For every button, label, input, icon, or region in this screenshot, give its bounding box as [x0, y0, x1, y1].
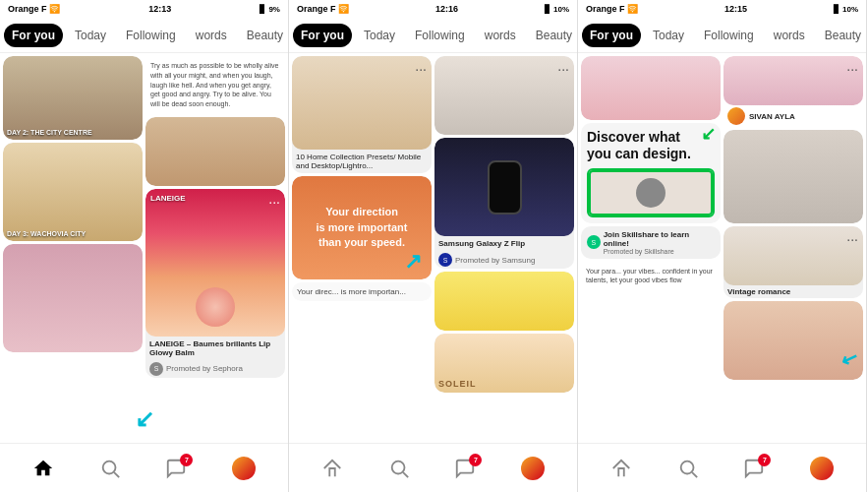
tab-for-you-2[interactable]: For you — [293, 24, 352, 47]
tab-today-1[interactable]: Today — [67, 24, 114, 47]
time-2: 12:16 — [435, 4, 458, 14]
avatar-3[interactable] — [810, 457, 834, 480]
svg-line-3 — [403, 472, 408, 477]
card-sitting[interactable] — [723, 130, 863, 223]
carrier-1: Orange F 🛜 — [8, 4, 60, 14]
tab-beauty-3[interactable]: Beauty — [817, 24, 866, 47]
home-icon-3[interactable] — [610, 458, 632, 479]
card-misc-p1[interactable] — [145, 117, 285, 186]
tab-today-2[interactable]: Today — [356, 24, 403, 47]
card-skillshare[interactable]: S Join Skillshare to learn online! Promo… — [581, 226, 721, 259]
card-sivan[interactable]: SIVAN AYLA ··· — [723, 56, 863, 127]
battery-2: ▊10% — [545, 5, 569, 14]
avatar-1[interactable] — [232, 457, 256, 480]
svg-line-1 — [114, 472, 119, 477]
content-2: 10 Home Collection Presets/ Mobile and D… — [289, 53, 577, 443]
tab-words-2[interactable]: words — [477, 24, 524, 47]
card-text-p1[interactable]: Try as much as possible to be wholly ali… — [145, 56, 285, 114]
tab-following-2[interactable]: Following — [407, 24, 473, 47]
tab-beauty-1[interactable]: Beauty — [239, 24, 288, 47]
col-2-2: ··· Samsung Galaxy Z Flip S Promoted by … — [434, 56, 574, 440]
search-icon-1[interactable] — [99, 458, 121, 479]
card-home-presets[interactable]: 10 Home Collection Presets/ Mobile and D… — [292, 56, 432, 173]
card-vibes[interactable]: Your para... your vibes... confident in … — [581, 262, 721, 291]
time-3: 12:15 — [724, 4, 747, 14]
tab-for-you-1[interactable]: For you — [4, 24, 63, 47]
tab-words-1[interactable]: words — [188, 24, 235, 47]
card-wachovia[interactable]: DAY 3: WACHOVIA CITY — [3, 143, 143, 241]
laneige-promo: S Promoted by Sephora — [145, 360, 285, 378]
svg-point-4 — [680, 461, 693, 473]
status-bar-1: Orange F 🛜 12:13 ▊9% — [0, 0, 288, 18]
time-1: 12:13 — [148, 4, 171, 14]
bottom-bar-3: 7 — [578, 443, 866, 492]
tab-beauty-2[interactable]: Beauty — [528, 24, 577, 47]
card-samsung[interactable]: Samsung Galaxy Z Flip S Promoted by Sams… — [434, 138, 574, 269]
svg-point-0 — [102, 461, 115, 473]
carrier-2: Orange F 🛜 — [297, 4, 349, 14]
col-3-2: SIVAN AYLA ··· Vintage romance ··· ↙ — [723, 56, 863, 440]
nav-tabs-2: For you Today Following words Beauty — [289, 18, 577, 53]
tab-for-you-3[interactable]: For you — [582, 24, 641, 47]
svg-point-2 — [391, 461, 404, 473]
bottom-bar-1: 7 — [0, 443, 288, 492]
card-lemons[interactable] — [3, 244, 143, 352]
more-dots-sivan[interactable]: ··· — [846, 61, 858, 77]
more-dots-presets[interactable]: ··· — [415, 61, 427, 77]
more-dots-mirror[interactable]: ··· — [557, 61, 569, 77]
tab-today-3[interactable]: Today — [645, 24, 692, 47]
search-icon-3[interactable] — [677, 458, 699, 479]
status-bar-2: Orange F 🛜 12:16 ▊10% — [289, 0, 577, 18]
battery-3: ▊10% — [834, 5, 858, 14]
card-direction-text[interactable]: Your direc... is more importan... — [292, 282, 432, 301]
panel-1: Orange F 🛜 12:13 ▊9% For you Today Follo… — [0, 0, 289, 492]
search-icon-2[interactable] — [388, 458, 410, 479]
tab-words-3[interactable]: words — [766, 24, 813, 47]
carrier-3: Orange F 🛜 — [586, 4, 638, 14]
laneige-title: LANEIGE – Baumes brillants Lip Glowy Bal… — [145, 337, 285, 360]
nav-tabs-3: For you Today Following words Beauty — [578, 18, 866, 53]
avatar-2[interactable] — [521, 457, 545, 480]
panel-2: Orange F 🛜 12:16 ▊10% For you Today Foll… — [289, 0, 578, 492]
tab-following-3[interactable]: Following — [696, 24, 762, 47]
more-dots-laneige[interactable]: ··· — [268, 194, 280, 210]
battery-1: ▊9% — [260, 5, 280, 14]
col-1-1: DAY 2: THE CITY CENTRE DAY 3: WACHOVIA C… — [3, 56, 143, 440]
col-2-1: 10 Home Collection Presets/ Mobile and D… — [292, 56, 432, 440]
chat-badge-1: 7 — [180, 454, 193, 466]
chat-badge-3: 7 — [758, 454, 771, 466]
col-1-2: Try as much as possible to be wholly ali… — [145, 56, 285, 440]
status-bar-3: Orange F 🛜 12:15 ▊10% — [578, 0, 866, 18]
svg-line-5 — [692, 472, 697, 477]
panel-3: Orange F 🛜 12:15 ▊10% For you Today Foll… — [578, 0, 867, 492]
chat-icon-3[interactable]: 7 — [743, 458, 765, 479]
home-icon-2[interactable] — [321, 458, 343, 479]
chat-icon-1[interactable]: 7 — [165, 458, 187, 479]
nav-tabs-1: For you Today Following words Beauty — [0, 18, 288, 53]
bottom-bar-2: 7 — [289, 443, 577, 492]
card-soleil[interactable]: SOLEIL — [434, 334, 574, 393]
chat-badge-2: 7 — [469, 454, 482, 466]
home-icon-1[interactable] — [32, 458, 54, 479]
card-mirror[interactable]: ··· — [434, 56, 574, 135]
chat-icon-2[interactable]: 7 — [454, 458, 476, 479]
tab-following-1[interactable]: Following — [118, 24, 184, 47]
card-yellow[interactable] — [434, 272, 574, 331]
col-3-1: Discover whatyou can design. ↙ S Join Sk… — [581, 56, 721, 440]
card-discover[interactable]: Discover whatyou can design. ↙ — [581, 123, 721, 223]
card-nails[interactable] — [581, 56, 721, 120]
card-direction-ad[interactable]: Your directionis more importantthan your… — [292, 176, 432, 279]
card-smile[interactable]: ↙ — [723, 301, 863, 380]
card-city-centre[interactable]: DAY 2: THE CITY CENTRE — [3, 56, 143, 140]
card-laneige[interactable]: LANEIGE ··· LANEIGE – Baumes brillants L… — [145, 189, 285, 378]
content-1: DAY 2: THE CITY CENTRE DAY 3: WACHOVIA C… — [0, 53, 288, 443]
card-vintage[interactable]: Vintage romance ··· — [723, 226, 863, 298]
more-dots-vintage[interactable]: ··· — [846, 231, 858, 247]
content-3: Discover whatyou can design. ↙ S Join Sk… — [578, 53, 866, 443]
